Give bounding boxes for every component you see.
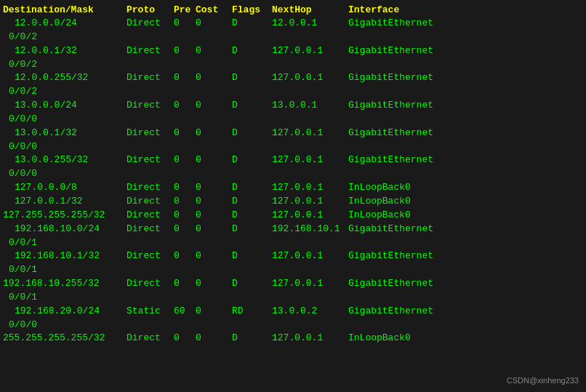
row-cont-0: 0/0/2 xyxy=(3,31,583,44)
row-cont-2: 0/0/2 xyxy=(3,85,583,99)
col-flags: D xyxy=(232,181,272,195)
col-proto: Direct xyxy=(127,277,174,291)
col-proto: Direct xyxy=(127,209,174,223)
col-dest: 127.0.0.1/32 xyxy=(3,195,127,209)
table-row: 192.168.20.0/24 Static 60 0 RD 13.0.0.2 … xyxy=(0,305,586,332)
col-nexthop: 127.0.0.1 xyxy=(272,195,348,209)
table-row: 127.0.0.0/8 Direct 0 0 D 127.0.0.1 InLoo… xyxy=(0,181,586,195)
iface-cont: 0/0/0 xyxy=(9,113,37,127)
row-cont-10: 0/0/1 xyxy=(3,263,583,277)
row-cont-12: 0/0/0 xyxy=(3,319,583,332)
row-cont-4: 0/0/0 xyxy=(3,140,583,154)
col-proto: Direct xyxy=(127,44,174,58)
row-main-10: 192.168.10.1/32 Direct 0 0 D 127.0.0.1 G… xyxy=(3,249,583,263)
col-flags: D xyxy=(232,127,272,140)
col-nexthop: 127.0.0.1 xyxy=(272,209,348,223)
table-row: 13.0.0.1/32 Direct 0 0 D 127.0.0.1 Gigab… xyxy=(0,127,586,154)
col-cost: 0 xyxy=(196,153,232,167)
col-pre: 0 xyxy=(174,44,196,58)
col-proto: Direct xyxy=(127,223,174,236)
iface-cont: 0/0/1 xyxy=(9,291,37,305)
col-dest: 192.168.10.0/24 xyxy=(3,223,127,236)
table-row: 12.0.0.255/32 Direct 0 0 D 127.0.0.1 Gig… xyxy=(0,71,586,99)
col-proto: Direct xyxy=(127,195,174,209)
col-dest: 127.0.0.0/8 xyxy=(3,181,127,195)
col-cost: 0 xyxy=(196,127,232,140)
col-pre: 0 xyxy=(174,209,196,223)
col-pre: 0 xyxy=(174,277,196,291)
table-row: 12.0.0.1/32 Direct 0 0 D 127.0.0.1 Gigab… xyxy=(0,44,586,72)
col-flags: D xyxy=(232,17,272,31)
row-main-12: 192.168.20.0/24 Static 60 0 RD 13.0.0.2 … xyxy=(3,305,583,319)
table-row: 192.168.10.255/32 Direct 0 0 D 127.0.0.1… xyxy=(0,277,586,305)
col-cost: 0 xyxy=(196,332,232,345)
col-flags: D xyxy=(232,332,272,345)
row-cont-5: 0/0/0 xyxy=(3,167,583,181)
row-main-9: 192.168.10.0/24 Direct 0 0 D 192.168.10.… xyxy=(3,223,583,236)
terminal: Destination/Mask Proto Pre Cost Flags Ne… xyxy=(0,0,586,348)
col-cost: 0 xyxy=(196,99,232,113)
table-row: 192.168.10.0/24 Direct 0 0 D 192.168.10.… xyxy=(0,223,586,250)
table-header: Destination/Mask Proto Pre Cost Flags Ne… xyxy=(0,3,586,17)
row-main-3: 13.0.0.0/24 Direct 0 0 D 13.0.0.1 Gigabi… xyxy=(3,99,583,113)
col-interface: InLoopBack0 xyxy=(348,181,479,195)
col-cost: 0 xyxy=(196,249,232,263)
iface-cont: 0/0/2 xyxy=(9,85,37,99)
iface-cont: 0/0/0 xyxy=(9,167,37,181)
col-flags: D xyxy=(232,99,272,113)
col-cost: 0 xyxy=(196,209,232,223)
col-dest: 192.168.20.0/24 xyxy=(3,305,127,319)
col-proto: Direct xyxy=(127,332,174,345)
col-nexthop: 127.0.0.1 xyxy=(272,277,348,291)
col-flags: D xyxy=(232,153,272,167)
col-pre: 0 xyxy=(174,223,196,236)
row-cont-9: 0/0/1 xyxy=(3,236,583,250)
col-nexthop: 192.168.10.1 xyxy=(272,223,348,236)
col-dest: 192.168.10.255/32 xyxy=(3,277,127,291)
col-flags: RD xyxy=(232,305,272,319)
col-cost: 0 xyxy=(196,71,232,85)
col-cost: 0 xyxy=(196,277,232,291)
col-nexthop: 127.0.0.1 xyxy=(272,332,348,345)
col-cost: 0 xyxy=(196,17,232,31)
col-interface: GigabitEthernet xyxy=(348,127,479,140)
col-dest: 192.168.10.1/32 xyxy=(3,249,127,263)
iface-cont: 0/0/2 xyxy=(9,31,37,44)
col-pre: 0 xyxy=(174,17,196,31)
col-dest: 12.0.0.0/24 xyxy=(3,17,127,31)
col-pre: 0 xyxy=(174,332,196,345)
table-row: 127.255.255.255/32 Direct 0 0 D 127.0.0.… xyxy=(0,209,586,223)
row-main-1: 12.0.0.1/32 Direct 0 0 D 127.0.0.1 Gigab… xyxy=(3,44,583,58)
col-flags: D xyxy=(232,209,272,223)
iface-cont: 0/0/2 xyxy=(9,58,37,72)
col-nexthop: 127.0.0.1 xyxy=(272,249,348,263)
col-nexthop: 12.0.0.1 xyxy=(272,17,348,31)
col-interface: GigabitEthernet xyxy=(348,223,479,236)
col-proto: Direct xyxy=(127,153,174,167)
col-cost: 0 xyxy=(196,223,232,236)
header-flags: Flags xyxy=(232,4,272,15)
table-body: 12.0.0.0/24 Direct 0 0 D 12.0.0.1 Gigabi… xyxy=(0,17,586,345)
iface-cont: 0/0/0 xyxy=(9,140,37,154)
col-nexthop: 127.0.0.1 xyxy=(272,181,348,195)
iface-cont: 0/0/0 xyxy=(9,319,37,332)
table-row: 12.0.0.0/24 Direct 0 0 D 12.0.0.1 Gigabi… xyxy=(0,17,586,44)
col-interface: InLoopBack0 xyxy=(348,209,479,223)
col-flags: D xyxy=(232,195,272,209)
iface-cont: 0/0/1 xyxy=(9,236,37,250)
col-cost: 0 xyxy=(196,195,232,209)
col-cost: 0 xyxy=(196,181,232,195)
col-dest: 127.255.255.255/32 xyxy=(3,209,127,223)
iface-cont: 0/0/1 xyxy=(9,263,37,277)
col-flags: D xyxy=(232,277,272,291)
row-main-6: 127.0.0.0/8 Direct 0 0 D 127.0.0.1 InLoo… xyxy=(3,181,583,195)
col-pre: 0 xyxy=(174,249,196,263)
col-interface: GigabitEthernet xyxy=(348,99,479,113)
table-row: 192.168.10.1/32 Direct 0 0 D 127.0.0.1 G… xyxy=(0,249,586,277)
header-proto: Proto xyxy=(127,4,174,15)
col-pre: 0 xyxy=(174,127,196,140)
row-cont-3: 0/0/0 xyxy=(3,113,583,127)
col-nexthop: 127.0.0.1 xyxy=(272,44,348,58)
col-nexthop: 127.0.0.1 xyxy=(272,71,348,85)
col-nexthop: 13.0.0.2 xyxy=(272,305,348,319)
